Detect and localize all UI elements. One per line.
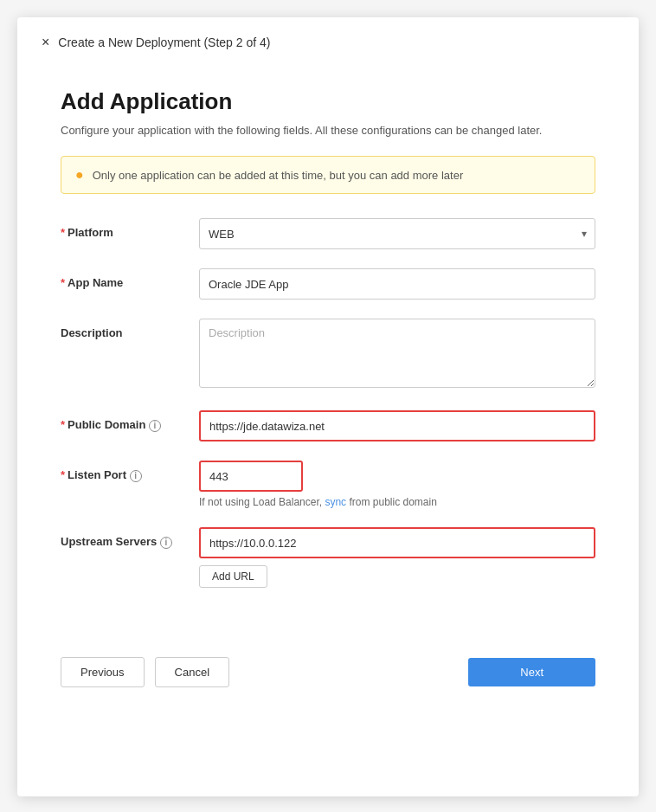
page-subtitle: Configure your application with the foll…: [61, 124, 595, 137]
app-name-row: *App Name: [61, 268, 595, 300]
platform-select[interactable]: WEB MOBILE DESKTOP: [199, 218, 595, 249]
info-banner-icon: ●: [75, 167, 84, 183]
modal-footer: Previous Cancel Next: [17, 640, 639, 712]
close-icon[interactable]: ×: [42, 35, 49, 50]
public-domain-label: *Public Domain i: [61, 410, 199, 432]
listen-port-row: *Listen Port i If not using Load Balance…: [61, 461, 595, 508]
public-domain-input[interactable]: [199, 410, 595, 441]
platform-select-wrapper: WEB MOBILE DESKTOP ▾: [199, 218, 595, 249]
app-name-label: *App Name: [61, 268, 199, 289]
listen-port-required-star: *: [61, 468, 65, 481]
add-url-button[interactable]: Add URL: [199, 565, 267, 588]
app-name-required-star: *: [61, 276, 65, 289]
page-heading: Add Application: [61, 88, 595, 115]
upstream-servers-row: Upstream Servers i Add URL: [61, 527, 595, 588]
listen-port-helper: If not using Load Balancer, sync from pu…: [199, 496, 595, 508]
public-domain-row: *Public Domain i: [61, 410, 595, 441]
modal-container: × Create a New Deployment (Step 2 of 4) …: [17, 17, 639, 796]
info-banner-text: Only one application can be added at thi…: [93, 169, 464, 182]
modal-header: × Create a New Deployment (Step 2 of 4): [17, 17, 639, 64]
cancel-button[interactable]: Cancel: [155, 657, 229, 687]
description-row: Description: [61, 319, 595, 391]
public-domain-required-star: *: [61, 418, 65, 431]
platform-required-star: *: [61, 226, 65, 239]
app-name-control: [199, 268, 595, 300]
upstream-servers-control: Add URL: [199, 527, 595, 588]
previous-button[interactable]: Previous: [61, 657, 145, 687]
app-name-input[interactable]: [199, 268, 595, 300]
next-button[interactable]: Next: [468, 658, 595, 686]
info-banner: ● Only one application can be added at t…: [61, 156, 595, 194]
upstream-servers-input[interactable]: [199, 527, 595, 558]
description-textarea[interactable]: [199, 319, 595, 388]
platform-label: *Platform: [61, 218, 199, 239]
platform-control: WEB MOBILE DESKTOP ▾: [199, 218, 595, 249]
listen-port-label: *Listen Port i: [61, 461, 199, 482]
platform-row: *Platform WEB MOBILE DESKTOP ▾: [61, 218, 595, 249]
footer-left: Previous Cancel: [61, 657, 229, 687]
modal-body: Add Application Configure your applicati…: [17, 64, 639, 631]
sync-link[interactable]: sync: [325, 496, 346, 508]
listen-port-info-icon[interactable]: i: [130, 470, 142, 482]
public-domain-info-icon[interactable]: i: [149, 420, 161, 432]
upstream-servers-info-icon[interactable]: i: [160, 537, 172, 549]
modal-title: Create a New Deployment (Step 2 of 4): [58, 35, 270, 49]
description-label: Description: [61, 319, 199, 339]
listen-port-input[interactable]: [199, 461, 303, 492]
upstream-servers-label: Upstream Servers i: [61, 527, 199, 549]
listen-port-control: If not using Load Balancer, sync from pu…: [199, 461, 595, 508]
public-domain-control: [199, 410, 595, 441]
description-control: [199, 319, 595, 391]
